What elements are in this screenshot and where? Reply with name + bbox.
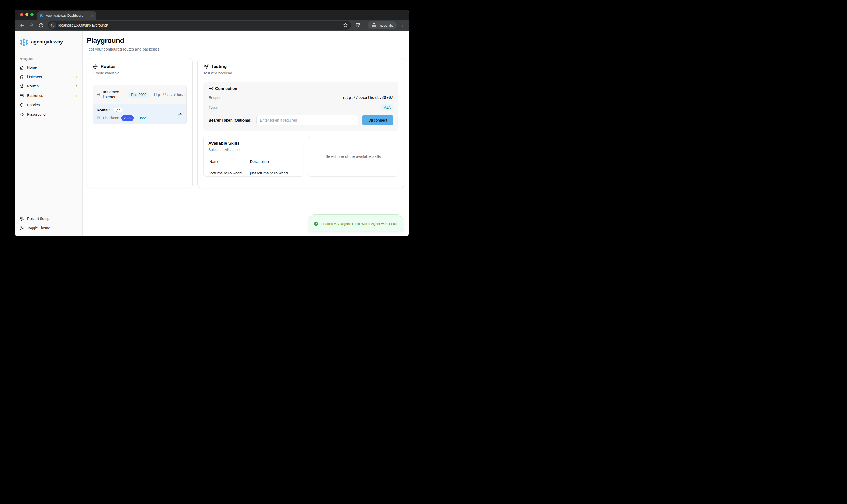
route-icon — [19, 84, 24, 89]
skills-title: Available Skills — [208, 141, 299, 146]
sidebar-item-listeners[interactable]: Listeners 1 — [15, 72, 82, 82]
listener-name: unnamed listener — [103, 90, 126, 100]
toolbar-divider — [365, 23, 365, 28]
sidebar-item-label: Home — [27, 65, 37, 70]
gear-icon — [19, 217, 24, 221]
address-bar[interactable]: localhost:15000/ui/playground/ — [48, 21, 351, 30]
sidebar-item-backends[interactable]: Backends 1 — [15, 91, 82, 100]
sidebar-item-count: 1 — [75, 84, 77, 88]
success-toast: Loaded A2A agent: Hello World Agent with… — [308, 217, 403, 231]
traffic-lights — [20, 13, 34, 16]
routes-card: Routes 1 route available unnamed listene… — [87, 58, 193, 188]
sidebar-item-policies[interactable]: Policies — [15, 100, 82, 110]
endpoint-label: Endpoint: — [209, 95, 225, 100]
send-icon — [204, 64, 209, 69]
server-icon — [19, 93, 24, 98]
minimize-window-button[interactable] — [25, 13, 29, 16]
browser-menu-icon[interactable] — [399, 23, 406, 28]
site-info-icon[interactable] — [49, 22, 56, 29]
testing-card-title: Testing — [211, 64, 227, 69]
skill-name: Returns hello world — [208, 167, 249, 178]
arrow-right-icon[interactable] — [177, 112, 182, 116]
sidebar-item-label: Policies — [27, 103, 40, 107]
sidebar-item-count: 1 — [75, 94, 77, 97]
toast-stack: Loaded A2A agent: Hello World Agent with… — [308, 217, 403, 231]
listener-row[interactable]: unnamed listener Port 3000 http://localh… — [93, 85, 187, 104]
restart-setup-button[interactable]: Restart Setup — [15, 214, 82, 223]
browser-window: Agentgateway Dashboard ✕ + localhost:150… — [15, 10, 409, 236]
brand-name: agentgateway — [31, 39, 63, 45]
sidebar-item-routes[interactable]: Routes 1 — [15, 82, 82, 91]
bearer-token-label: Bearer Token (Optional): — [209, 118, 253, 122]
agentgateway-logo-icon — [19, 37, 29, 46]
bookmark-star-icon[interactable] — [341, 23, 349, 28]
route-path-badge: /* — [113, 108, 123, 112]
incognito-icon — [371, 23, 377, 28]
incognito-badge: Incognito — [368, 21, 397, 30]
tab-strip: Agentgateway Dashboard ✕ + — [15, 10, 409, 19]
sidebar-item-playground[interactable]: Playground — [15, 110, 82, 119]
endpoint-value: http://localhost:3000/ — [341, 95, 393, 100]
host-badge: Host — [136, 115, 148, 121]
skill-row[interactable]: Returns hello world just returns hello w… — [208, 167, 299, 178]
incognito-label: Incognito — [379, 23, 393, 27]
shield-icon — [19, 103, 24, 107]
sidebar-item-count: 1 — [75, 75, 77, 79]
connection-title: Connection — [215, 86, 237, 91]
skills-subtitle: Select a skills to use — [208, 148, 299, 152]
port-badge: Port 3000 — [128, 92, 149, 97]
toggle-theme-label: Toggle Theme — [27, 226, 50, 230]
skills-table: Name Description Returns hello world jus… — [208, 158, 299, 177]
routes-card-subtitle: 1 route available — [93, 71, 187, 75]
server-icon — [209, 86, 213, 91]
route-name: Route 1 — [96, 108, 111, 112]
home-icon — [19, 65, 24, 70]
brand: agentgateway — [15, 31, 82, 53]
skills-column-name: Name — [208, 158, 249, 167]
sidebar-item-label: Backends — [27, 93, 43, 97]
url-text[interactable]: localhost:15000/ui/playground/ — [58, 23, 339, 27]
forward-icon[interactable] — [27, 21, 36, 30]
type-label: Type: — [209, 105, 218, 110]
bearer-token-input[interactable] — [256, 115, 358, 125]
globe-icon — [93, 64, 98, 69]
testing-card: Testing Test a2a backend Connection — [197, 58, 405, 188]
skill-detail-placeholder: Select one of the available skills — [325, 154, 381, 159]
routes-card-title: Routes — [101, 64, 116, 69]
sidebar-item-home[interactable]: Home — [15, 63, 82, 72]
reload-icon[interactable] — [37, 21, 45, 30]
sidebar-item-label: Routes — [27, 84, 38, 88]
available-skills-panel: Available Skills Select a skills to use … — [204, 136, 303, 177]
maximize-window-button[interactable] — [31, 13, 34, 16]
route-list: unnamed listener Port 3000 http://localh… — [93, 85, 187, 124]
desktop-background: Agentgateway Dashboard ✕ + localhost:150… — [0, 0, 423, 252]
browser-tab[interactable]: Agentgateway Dashboard ✕ — [37, 12, 96, 19]
new-tab-button[interactable]: + — [101, 13, 103, 18]
server-icon — [96, 116, 100, 120]
agentgateway-favicon-icon — [40, 14, 44, 18]
skill-detail-panel: Select one of the available skills — [308, 136, 399, 177]
disconnect-button[interactable]: Disconnect — [362, 115, 393, 125]
app-content: agentgateway Navigation Home Listeners 1 — [15, 31, 409, 236]
page-subtitle: Test your configured routes and backends — [87, 47, 405, 51]
sidebar-item-label: Playground — [27, 112, 46, 116]
restart-setup-label: Restart Setup — [27, 217, 50, 221]
close-window-button[interactable] — [20, 13, 23, 16]
sun-icon — [19, 226, 24, 230]
main-content: Playground Test your configured routes a… — [83, 31, 409, 236]
tab-close-icon[interactable]: ✕ — [90, 14, 94, 17]
toggle-theme-button[interactable]: Toggle Theme — [15, 223, 82, 233]
skill-description: just returns hello world — [249, 167, 298, 178]
connection-panel: Connection Endpoint: http://localhost:30… — [204, 82, 399, 131]
side-panel-icon[interactable] — [354, 21, 362, 30]
listener-url: http://localhost:3000/ — [152, 92, 187, 96]
toast-message: Loaded A2A agent: Hello World Agent with… — [321, 221, 397, 227]
sidebar: agentgateway Navigation Home Listeners 1 — [15, 31, 83, 236]
testing-card-subtitle: Test a2a backend — [204, 71, 399, 75]
page-title: Playground — [87, 37, 405, 45]
headphones-icon — [19, 75, 24, 79]
server-icon — [96, 93, 100, 96]
code-icon — [19, 112, 24, 116]
back-icon[interactable] — [18, 21, 26, 30]
route-row[interactable]: Route 1 /* 1 backend A2A — [93, 104, 187, 124]
